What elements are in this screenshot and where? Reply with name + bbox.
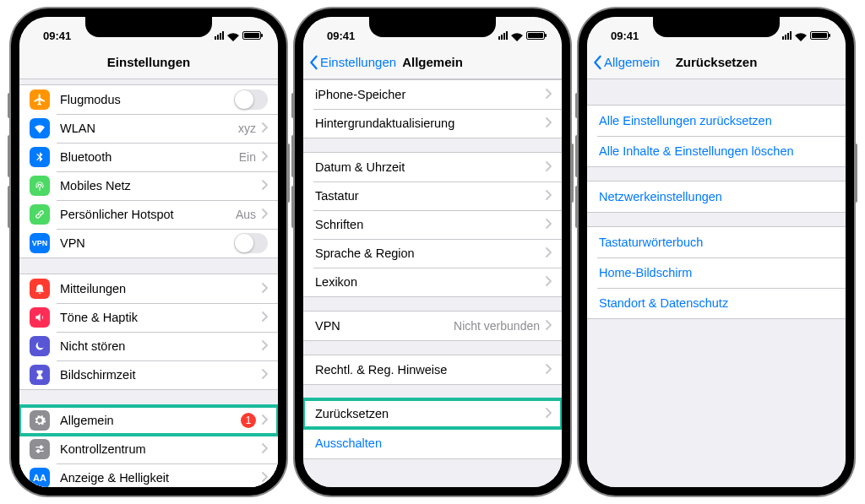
row-label: Mobiles Netz: [60, 179, 261, 192]
row-bildschirmzeit[interactable]: Bildschirmzeit: [19, 360, 278, 389]
chevron-right-icon: [545, 218, 552, 231]
chevron-right-icon: [261, 282, 268, 295]
row-label: Persönlicher Hotspot: [60, 208, 236, 221]
chevron-right-icon: [545, 363, 552, 377]
row-datum-uhrzeit[interactable]: Datum & Uhrzeit: [303, 153, 562, 182]
row-standort-datenschutz[interactable]: Standort & Datenschutz: [587, 288, 846, 318]
chevron-right-icon: [545, 189, 552, 203]
row-mobiles-netz[interactable]: Mobiles Netz: [19, 171, 278, 200]
row-vpn[interactable]: VPNNicht verbunden: [303, 312, 562, 340]
row-anzeige-helligkeit[interactable]: AAAnzeige & Helligkeit: [19, 463, 278, 487]
chevron-right-icon: [261, 414, 268, 427]
row-iphone-speicher[interactable]: iPhone-Speicher: [303, 80, 562, 109]
bluetooth-icon: [30, 147, 50, 167]
settings-list[interactable]: FlugmodusWLANxyzBluetoothEinMobiles Netz…: [19, 79, 278, 487]
chevron-right-icon: [261, 208, 268, 221]
row-label: Hintergrundaktualisierung: [315, 117, 545, 130]
aa-icon: AA: [30, 468, 50, 487]
airplane-icon: [30, 89, 50, 110]
wifi-icon: [511, 31, 523, 40]
status-time: 09:41: [43, 30, 85, 42]
general-list[interactable]: iPhone-SpeicherHintergrundaktualisierung…: [303, 79, 562, 487]
chevron-right-icon: [261, 368, 268, 382]
notch: [85, 17, 212, 37]
row-label: Mitteilungen: [60, 282, 261, 295]
chevron-right-icon: [545, 88, 552, 101]
row-wlan[interactable]: WLANxyz: [19, 114, 278, 143]
row-label: VPN: [315, 319, 454, 333]
row-label: Alle Einstellungen zurücksetzen: [599, 114, 835, 127]
hourglass-icon: [30, 365, 50, 385]
row-pers-nlicher-hotspot[interactable]: Persönlicher HotspotAus: [19, 200, 278, 229]
row-vpn[interactable]: VPNVPN: [19, 229, 278, 257]
back-label: Einstellungen: [320, 55, 396, 69]
row-value: xyz: [238, 122, 256, 135]
battery-icon: [242, 31, 261, 40]
row-tastatur[interactable]: Tastatur: [303, 182, 562, 210]
chevron-right-icon: [261, 179, 268, 192]
row-ausschalten[interactable]: Ausschalten: [303, 428, 562, 458]
signal-icon: [215, 31, 224, 40]
row-alle-inhalte-einstellungen-l-schen[interactable]: Alle Inhalte & Einstellungen löschen: [587, 136, 846, 166]
row-sprache-region[interactable]: Sprache & Region: [303, 239, 562, 268]
back-button[interactable]: Einstellungen: [308, 55, 396, 70]
row-hintergrundaktualisierung[interactable]: Hintergrundaktualisierung: [303, 109, 562, 138]
chevron-right-icon: [545, 319, 552, 333]
row-label: Standort & Datenschutz: [599, 296, 835, 310]
row-rechtl-reg-hinweise[interactable]: Rechtl. & Reg. Hinweise: [303, 355, 562, 384]
row-lexikon[interactable]: Lexikon: [303, 268, 562, 296]
signal-icon: [782, 31, 792, 40]
switches-icon: [30, 439, 50, 459]
row-label: Lexikon: [315, 275, 545, 289]
row-label: Sprache & Region: [315, 247, 545, 260]
row-allgemein[interactable]: Allgemein1: [19, 406, 278, 435]
row-nicht-st-ren[interactable]: Nicht stören: [19, 332, 278, 360]
toggle-switch[interactable]: [234, 89, 268, 110]
row-bluetooth[interactable]: BluetoothEin: [19, 143, 278, 171]
row-label: Alle Inhalte & Einstellungen löschen: [599, 144, 835, 158]
row-value: Aus: [236, 208, 256, 221]
chevron-right-icon: [545, 247, 552, 260]
row-label: Tastaturwörterbuch: [599, 236, 835, 249]
row-label: Netzwerkeinstellungen: [599, 190, 835, 203]
row-label: Flugmodus: [60, 93, 234, 106]
notch: [653, 17, 780, 37]
chevron-right-icon: [261, 442, 268, 456]
reset-list[interactable]: Alle Einstellungen zurücksetzenAlle Inha…: [587, 79, 846, 487]
row-tastaturw-rterbuch[interactable]: Tastaturwörterbuch: [587, 227, 846, 257]
bell-icon: [30, 279, 50, 299]
nav-title: Allgemein: [402, 55, 463, 69]
battery-icon: [526, 31, 545, 40]
row-schriften[interactable]: Schriften: [303, 210, 562, 239]
nav-bar: Allgemein Zurücksetzen: [587, 46, 846, 79]
row-t-ne-haptik[interactable]: Töne & Haptik: [19, 303, 278, 332]
phone-frame-2: 09:41 Einstellungen Allgemein iPhone-Spe…: [295, 8, 570, 496]
row-label: Rechtl. & Reg. Hinweise: [315, 363, 545, 377]
row-label: Ausschalten: [315, 436, 552, 450]
row-label: Nicht stören: [60, 339, 261, 353]
row-label: Anzeige & Helligkeit: [60, 471, 261, 485]
row-label: iPhone-Speicher: [315, 88, 545, 101]
back-button[interactable]: Allgemein: [592, 55, 660, 70]
nav-bar: Einstellungen: [19, 46, 278, 79]
row-flugmodus[interactable]: Flugmodus: [19, 85, 278, 114]
row-value: Nicht verbunden: [454, 319, 540, 333]
row-mitteilungen[interactable]: Mitteilungen: [19, 274, 278, 303]
row-kontrollzentrum[interactable]: Kontrollzentrum: [19, 435, 278, 463]
nav-title: Zurücksetzen: [676, 55, 758, 69]
row-label: VPN: [60, 236, 234, 250]
row-label: Home-Bildschirm: [599, 266, 835, 279]
notch: [369, 17, 496, 37]
battery-icon: [810, 31, 829, 40]
row-home-bildschirm[interactable]: Home-Bildschirm: [587, 257, 846, 288]
back-label: Allgemein: [604, 55, 660, 69]
row-netzwerkeinstellungen[interactable]: Netzwerkeinstellungen: [587, 182, 846, 212]
row-label: Bluetooth: [60, 150, 239, 164]
toggle-switch[interactable]: [234, 233, 268, 253]
chevron-right-icon: [545, 407, 552, 420]
row-zur-cksetzen[interactable]: Zurücksetzen: [303, 399, 562, 428]
row-label: Datum & Uhrzeit: [315, 160, 545, 174]
nav-bar: Einstellungen Allgemein: [303, 46, 562, 79]
row-alle-einstellungen-zur-cksetzen[interactable]: Alle Einstellungen zurücksetzen: [587, 106, 846, 136]
badge: 1: [241, 413, 256, 428]
